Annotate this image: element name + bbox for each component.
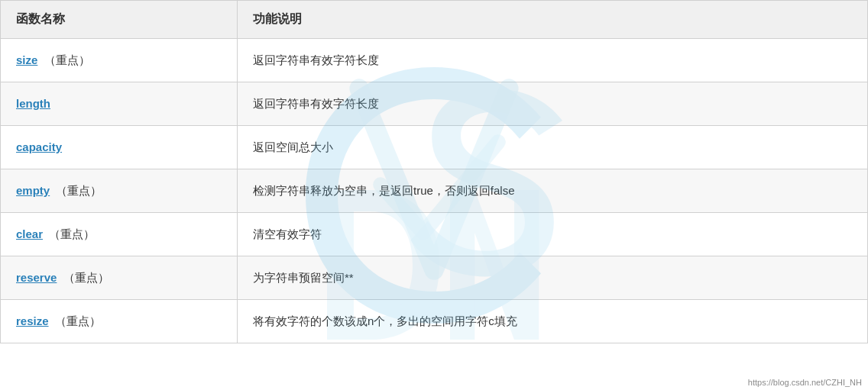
table-row: length返回字符串有效字符长度	[1, 82, 868, 126]
func-name-cell: capacity	[1, 126, 238, 169]
func-desc-cell: 检测字符串释放为空串，是返回true，否则返回false	[238, 169, 868, 213]
func-emphasis: （重点）	[60, 271, 108, 284]
table-row: reserve （重点）为字符串预留空间**	[1, 256, 868, 300]
csdn-footer-link: https://blog.csdn.net/CZHI_NH	[748, 378, 862, 387]
func-link[interactable]: capacity	[16, 140, 62, 153]
func-name-cell: resize （重点）	[1, 300, 238, 343]
func-link[interactable]: length	[16, 97, 50, 110]
functions-table: 函数名称 功能说明 size （重点）返回字符串有效字符长度length返回字符…	[0, 0, 868, 343]
func-link[interactable]: clear	[16, 227, 43, 240]
func-desc-cell: 为字符串预留空间**	[238, 256, 868, 300]
header-desc: 功能说明	[238, 1, 868, 39]
func-link[interactable]: reserve	[16, 271, 57, 284]
table-row: resize （重点）将有效字符的个数该成n个，多出的空间用字符c填充	[1, 300, 868, 343]
func-name-cell: clear （重点）	[1, 213, 238, 256]
func-name-cell: length	[1, 82, 238, 126]
func-desc-cell: 返回空间总大小	[238, 126, 868, 169]
func-name-cell: size （重点）	[1, 39, 238, 82]
func-emphasis: （重点）	[46, 227, 95, 240]
func-link[interactable]: resize	[16, 314, 49, 327]
func-link[interactable]: empty	[16, 184, 50, 197]
func-emphasis: （重点）	[40, 53, 89, 66]
table-row: clear （重点）清空有效字符	[1, 213, 868, 256]
func-name-cell: empty （重点）	[1, 169, 238, 213]
func-link[interactable]: size	[16, 53, 37, 66]
func-emphasis: （重点）	[53, 184, 102, 197]
func-desc-cell: 返回字符串有效字符长度	[238, 82, 868, 126]
func-name-cell: reserve （重点）	[1, 256, 238, 300]
func-desc-cell: 返回字符串有效字符长度	[238, 39, 868, 82]
header-name: 函数名称	[1, 1, 238, 39]
func-emphasis: （重点）	[52, 314, 101, 327]
table-row: empty （重点）检测字符串释放为空串，是返回true，否则返回false	[1, 169, 868, 213]
func-desc-cell: 将有效字符的个数该成n个，多出的空间用字符c填充	[238, 300, 868, 343]
func-desc-cell: 清空有效字符	[238, 213, 868, 256]
table-row: capacity返回空间总大小	[1, 126, 868, 169]
table-row: size （重点）返回字符串有效字符长度	[1, 39, 868, 82]
